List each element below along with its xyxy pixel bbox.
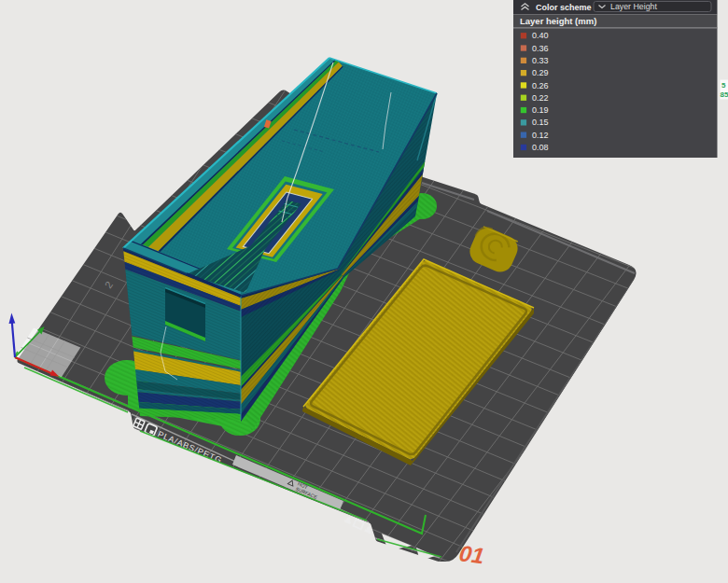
svg-text:0.36: 0.36 [532, 44, 549, 53]
svg-text:0.15: 0.15 [532, 118, 549, 127]
svg-text:0.33: 0.33 [532, 56, 549, 65]
svg-text:0.26: 0.26 [532, 81, 549, 90]
svg-text:85: 85 [721, 90, 728, 99]
svg-text:0.29: 0.29 [532, 68, 549, 77]
svg-text:0.08: 0.08 [532, 143, 549, 152]
svg-text:0.22: 0.22 [532, 93, 549, 103]
svg-text:Layer Height: Layer Height [610, 2, 657, 11]
svg-text:01: 01 [457, 540, 485, 568]
svg-text:0.40: 0.40 [532, 31, 549, 40]
svg-text:Layer height (mm): Layer height (mm) [520, 16, 596, 26]
svg-text:5: 5 [721, 81, 726, 90]
svg-text:0.19: 0.19 [532, 105, 549, 115]
svg-text:Color scheme: Color scheme [536, 3, 592, 12]
svg-text:0.12: 0.12 [532, 131, 549, 140]
